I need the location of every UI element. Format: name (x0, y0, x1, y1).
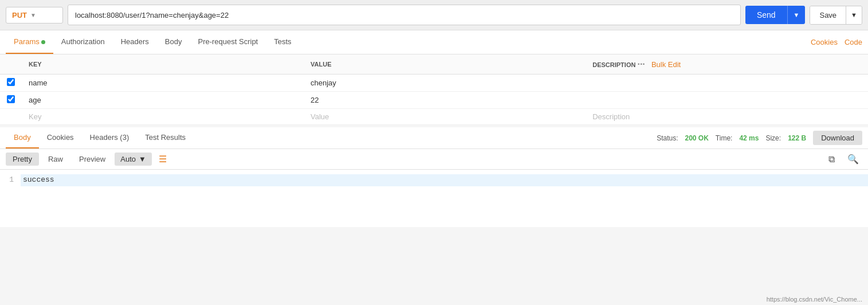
empty-key-cell[interactable]: Key (22, 109, 304, 125)
th-value: VALUE (304, 54, 586, 75)
response-line-1: success (21, 174, 868, 186)
cookies-link[interactable]: Cookies (811, 38, 838, 46)
save-arrow-button[interactable]: ▼ (846, 6, 862, 24)
response-meta: Status: 200 OK Time: 42 ms Size: 122 B D… (657, 131, 862, 145)
th-checkbox (0, 54, 22, 75)
row1-checkbox-cell (0, 75, 22, 92)
response-tab-headers[interactable]: Headers (3) (82, 127, 138, 148)
row2-key-cell[interactable]: age (22, 92, 304, 109)
search-button[interactable]: 🔍 (844, 152, 862, 166)
code-area: 1 success (0, 170, 868, 191)
tab-params[interactable]: Params (6, 30, 53, 54)
request-tabs-bar: Params Authorization Headers Body Pre-re… (0, 30, 868, 54)
tab-headers[interactable]: Headers (113, 30, 157, 54)
desc-placeholder: Description (592, 112, 630, 121)
row1-value-cell[interactable]: chenjay (304, 75, 586, 92)
wrap-icon[interactable]: ☰ (159, 154, 167, 165)
empty-value-cell[interactable]: Value (304, 109, 586, 125)
th-description: DESCRIPTION ··· Bulk Edit (586, 54, 868, 75)
copy-button[interactable]: ⧉ (825, 152, 838, 166)
empty-desc-cell[interactable]: Description (586, 109, 868, 125)
format-bar: Pretty Raw Preview Auto ▼ ☰ ⧉ 🔍 (0, 149, 868, 170)
empty-checkbox-cell (0, 109, 22, 125)
size-value: 122 B (788, 134, 806, 142)
download-button[interactable]: Download (813, 131, 862, 145)
send-arrow-button[interactable]: ▼ (787, 6, 806, 24)
tab-tests[interactable]: Tests (266, 30, 299, 54)
tab-pre-request-script[interactable]: Pre-request Script (190, 30, 266, 54)
method-select[interactable]: PUT ▼ (6, 7, 63, 24)
bulk-edit-button[interactable]: Bulk Edit (651, 60, 681, 69)
method-chevron-icon: ▼ (30, 12, 36, 18)
save-btn-group: Save ▼ (810, 6, 862, 25)
table-row: name chenjay (0, 75, 868, 92)
code-link[interactable]: Code (845, 38, 862, 46)
send-btn-group: Send ▼ (745, 6, 806, 24)
row2-checkbox-cell (0, 92, 22, 109)
line-numbers: 1 (0, 174, 21, 186)
row1-desc-cell[interactable] (586, 75, 868, 92)
size-label: Size: (765, 134, 781, 142)
value-placeholder: Value (311, 112, 329, 121)
table-row: age 22 (0, 92, 868, 109)
response-tabs-bar: Body Cookies Headers (3) Test Results St… (0, 125, 868, 149)
format-bar-right: ⧉ 🔍 (825, 152, 862, 166)
send-button[interactable]: Send (745, 6, 787, 24)
method-label: PUT (12, 11, 27, 19)
row1-key-cell[interactable]: name (22, 75, 304, 92)
code-content: success (21, 174, 868, 186)
time-label: Time: (716, 134, 733, 142)
params-table: KEY VALUE DESCRIPTION ··· Bulk Edit name… (0, 54, 868, 125)
tab-authorization[interactable]: Authorization (53, 30, 113, 54)
save-button[interactable]: Save (810, 6, 846, 24)
row2-desc-cell[interactable] (586, 92, 868, 109)
row2-value-cell[interactable]: 22 (304, 92, 586, 109)
format-preview[interactable]: Preview (72, 152, 112, 166)
status-label: Status: (657, 134, 678, 142)
response-tab-body[interactable]: Body (6, 127, 39, 148)
url-input[interactable] (68, 5, 741, 25)
params-section: KEY VALUE DESCRIPTION ··· Bulk Edit name… (0, 54, 868, 125)
table-row-empty: Key Value Description (0, 109, 868, 125)
format-raw[interactable]: Raw (41, 152, 70, 166)
status-value: 200 OK (685, 134, 709, 142)
time-value: 42 ms (739, 134, 759, 142)
th-desc-label: DESCRIPTION (592, 61, 635, 68)
params-dot (41, 40, 45, 44)
tabs-right: Cookies Code (811, 38, 862, 46)
auto-chevron-icon: ▼ (139, 155, 146, 163)
row1-checkbox[interactable] (7, 78, 15, 86)
format-auto-select[interactable]: Auto ▼ (115, 152, 152, 166)
key-placeholder: Key (29, 112, 41, 121)
row2-checkbox[interactable] (7, 95, 15, 103)
format-pretty[interactable]: Pretty (6, 152, 39, 166)
response-tab-test-results[interactable]: Test Results (137, 127, 194, 148)
tab-body[interactable]: Body (157, 30, 190, 54)
more-button[interactable]: ··· (637, 59, 645, 69)
th-key: KEY (22, 54, 304, 75)
response-tab-cookies[interactable]: Cookies (39, 127, 82, 148)
response-body: 1 success (0, 170, 868, 227)
top-bar: PUT ▼ Send ▼ Save ▼ (0, 0, 868, 30)
